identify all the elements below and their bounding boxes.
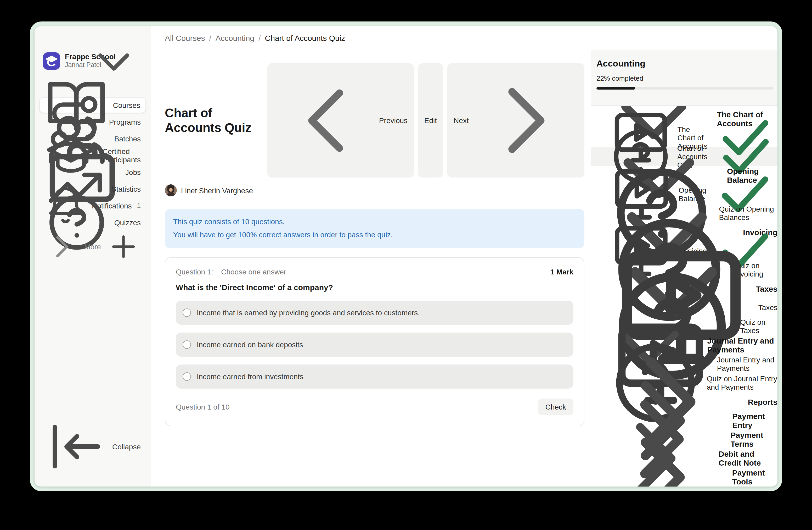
app-window: Frappe School Jannat Patel Courses Progr… (34, 26, 778, 487)
course-outline-panel: Accounting 22% completed The Chart of Ac… (591, 50, 778, 487)
chevron-right-icon (597, 413, 726, 487)
radio-button[interactable] (183, 340, 191, 349)
sidebar-nav: Courses Programs Batches Certified Parti… (39, 97, 146, 230)
lesson-label: Taxes (758, 303, 778, 311)
section-label: Payment Tools (732, 468, 778, 486)
more-label: More (84, 242, 101, 251)
option-label: Income that is earned by providing goods… (197, 308, 420, 317)
question-marks: 1 Mark (550, 267, 574, 276)
question-number: Question 1: (176, 267, 213, 276)
question-card-footer: Question 1 of 10 Check (176, 398, 574, 415)
course-progress-label: 22% completed (596, 74, 773, 82)
option-label: Income earned from investments (197, 372, 303, 380)
graduation-cap-icon (43, 52, 60, 70)
workspace-user: Jannat Patel (65, 61, 83, 70)
question-progress: Question 1 of 10 (176, 403, 230, 411)
title-actions: Previous Edit Next (267, 64, 584, 178)
sidebar-item-more[interactable]: More (39, 239, 146, 254)
next-button[interactable]: Next (447, 64, 584, 178)
notification-count-badge: 1 (137, 201, 141, 209)
section-label: Payment Entry (732, 412, 778, 430)
chevron-left-icon (274, 69, 375, 171)
previous-label: Previous (379, 116, 408, 125)
chevron-right-icon (473, 68, 578, 173)
main-content: Chart of Accounts Quiz Previous Edit Nex… (151, 50, 591, 487)
instructor-name: Linet Sherin Varghese (181, 186, 253, 195)
question-instruction: Choose one answer (221, 267, 286, 276)
sidebar-item-quizzes[interactable]: Quizzes (39, 214, 146, 230)
sidebar-item-label: Courses (113, 101, 140, 109)
collapse-label: Collapse (112, 443, 141, 451)
instructor-avatar (165, 184, 177, 196)
notice-line-2: You will have to get 100% correct answer… (173, 228, 576, 242)
quiz-option-3[interactable]: Income earned from investments (176, 364, 574, 388)
breadcrumb-chart-of-accounts-quiz: Chart of Accounts Quiz (265, 33, 345, 42)
left-sidebar: Frappe School Jannat Patel Courses Progr… (34, 26, 151, 487)
frappe-school-logo (43, 52, 60, 70)
sidebar-item-label: Quizzes (114, 218, 141, 226)
course-outline: The Chart of Accounts The Chart of Accou… (591, 106, 778, 487)
breadcrumb-separator: / (259, 33, 261, 42)
quiz-option-2[interactable]: Income earned on bank deposits (176, 332, 574, 357)
radio-button[interactable] (183, 308, 191, 317)
collapse-sidebar-button[interactable]: Collapse (39, 413, 146, 481)
breadcrumb-accounting[interactable]: Accounting (216, 33, 254, 42)
radio-button[interactable] (183, 372, 191, 380)
option-label: Income earned on bank deposits (197, 340, 303, 349)
chevron-right-icon (44, 229, 79, 264)
main-area: All Courses/Accounting/Chart of Accounts… (151, 26, 778, 487)
section-label: Taxes (756, 284, 778, 293)
edit-button[interactable]: Edit (418, 64, 443, 178)
collapse-icon (44, 416, 107, 478)
title-row: Chart of Accounts Quiz Previous Edit Nex… (165, 64, 584, 178)
breadcrumb-all-courses[interactable]: All Courses (165, 33, 205, 42)
progress-bar (596, 87, 773, 89)
plus-icon[interactable] (106, 229, 141, 264)
breadcrumb: All Courses/Accounting/Chart of Accounts… (151, 26, 778, 50)
section-label: Reports (748, 397, 778, 406)
sidebar-item-label: Jobs (125, 168, 141, 176)
question-text: What is the 'Direct Income' of a company… (176, 282, 574, 291)
check-button[interactable]: Check (538, 398, 574, 415)
course-title: Accounting (596, 59, 773, 69)
outline-section-payment-tools[interactable]: Payment Tools (591, 468, 778, 487)
window-frame: Frappe School Jannat Patel Courses Progr… (30, 22, 782, 491)
options-list: Income that is earned by providing goods… (176, 301, 574, 388)
previous-button[interactable]: Previous (267, 64, 414, 178)
quiz-instructions-banner: This quiz consists of 10 questions. You … (165, 209, 584, 248)
screen: Frappe School Jannat Patel Courses Progr… (0, 0, 812, 530)
question-card: Question 1: Choose one answer 1 Mark Wha… (165, 257, 584, 426)
lesson-label: Quiz on Taxes (740, 318, 778, 335)
section-label: Debit and Credit Note (719, 449, 778, 467)
breadcrumb-separator: / (209, 33, 211, 42)
section-label: Payment Terms (731, 431, 778, 448)
course-progress-header: Accounting 22% completed (591, 50, 778, 106)
sidebar-item-label: Programs (109, 117, 141, 126)
next-label: Next (454, 116, 469, 125)
quiz-option-1[interactable]: Income that is earned by providing goods… (176, 301, 574, 324)
workspace-title: Frappe School (65, 52, 83, 61)
progress-bar-fill (596, 87, 635, 89)
notice-line-1: This quiz consists of 10 questions. (173, 215, 576, 228)
workspace-info: Frappe School Jannat Patel (65, 52, 83, 70)
edit-label: Edit (424, 116, 437, 125)
question-card-header: Question 1: Choose one answer 1 Mark (176, 267, 574, 276)
sidebar-item-label: Statistics (112, 185, 141, 193)
content-row: Chart of Accounts Quiz Previous Edit Nex… (151, 50, 778, 487)
course-instructor: Linet Sherin Varghese (165, 184, 584, 196)
page-title: Chart of Accounts Quiz (165, 106, 267, 135)
